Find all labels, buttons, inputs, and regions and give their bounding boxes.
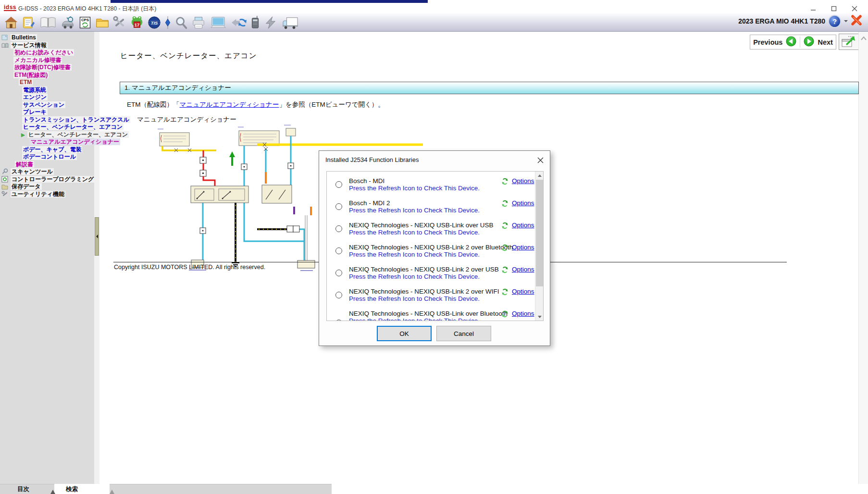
scroll-up-icon <box>860 36 867 41</box>
refresh-icon[interactable] <box>501 222 508 231</box>
prev-next-control: Previous Next <box>750 35 836 49</box>
sidebar-item-utility[interactable]: ユーティリティ機能 <box>11 191 65 198</box>
monitor-icon[interactable] <box>208 14 229 31</box>
sidebar-item-power-supply[interactable]: 電源系統 <box>22 86 47 94</box>
options-link[interactable]: Options <box>512 177 534 185</box>
dialog-close-button[interactable] <box>535 155 545 165</box>
tools-icon[interactable] <box>112 14 128 31</box>
list-scroll-up-icon[interactable] <box>535 172 544 179</box>
sidebar-item-scan-tool[interactable]: スキャンツール <box>11 168 54 175</box>
device-name: NEXIQ Technologies - NEXIQ USB-Link over… <box>349 222 494 229</box>
refresh-icon[interactable] <box>501 266 508 275</box>
refresh-icon[interactable] <box>501 288 508 297</box>
sidebar-item-hvac-child[interactable]: ▶ヒーター、ベンチレーター、エアコン <box>27 131 129 138</box>
content-scrollbar[interactable] <box>858 32 868 484</box>
next-button[interactable]: Next <box>818 38 832 46</box>
refresh-icon[interactable] <box>501 310 508 320</box>
device-radio[interactable] <box>335 292 342 298</box>
tab-toc[interactable]: 目次 <box>17 485 29 494</box>
sidebar-item-hvac[interactable]: ヒーター、ベンチレーター、エアコン <box>22 124 124 131</box>
print-icon[interactable] <box>190 14 207 31</box>
device-radio[interactable] <box>335 203 342 210</box>
dialog-close-icon <box>537 157 544 163</box>
pointer-divider-icon[interactable] <box>163 14 172 31</box>
refresh-icon[interactable] <box>501 244 508 253</box>
device-radio[interactable] <box>335 181 342 188</box>
frog-counter-icon[interactable]: 17 <box>129 14 145 31</box>
device-radio[interactable] <box>335 320 342 321</box>
previous-icon[interactable] <box>786 36 796 49</box>
list-scroll-down-icon[interactable] <box>535 313 544 321</box>
device-status: Press the Refresh Icon to Check This Dev… <box>349 273 480 280</box>
help-dropdown-caret-icon[interactable] <box>844 20 848 24</box>
sidebar-item-bulletins[interactable]: Bulletins <box>11 34 37 41</box>
sync-icon[interactable] <box>230 14 248 31</box>
previous-button[interactable]: Previous <box>753 38 782 46</box>
tis-icon[interactable]: TIS <box>146 14 162 31</box>
next-icon[interactable] <box>804 36 814 49</box>
search-icon[interactable] <box>173 14 189 31</box>
sidebar-item-engine[interactable]: エンジン <box>22 94 48 101</box>
device-row: NEXIQ Technologies - NEXIQ USB-Link 2 ov… <box>327 244 543 265</box>
options-link[interactable]: Options <box>512 266 534 273</box>
device-status: Press the Refresh Icon to Check This Dev… <box>349 295 480 302</box>
svg-text:17: 17 <box>135 22 139 27</box>
options-link[interactable]: Options <box>512 199 534 207</box>
toolbar-right-cluster: 2023 ERGA MIO 4HK1 T280 ? <box>738 14 862 28</box>
svg-text:CPS: CPS <box>81 18 89 22</box>
sidebar-item-etm[interactable]: ETM <box>19 79 33 86</box>
j2534-dialog: Installed J2534 Function Libraries Bosch… <box>319 150 550 346</box>
open-new-window-button[interactable] <box>839 34 859 50</box>
device-list: Bosch - MDI Press the Refresh Icon to Ch… <box>326 171 544 321</box>
sidebar-item-etm-wiring[interactable]: ETM(配線図) <box>13 72 49 79</box>
folder-icon[interactable] <box>94 14 111 31</box>
tab-search-background[interactable] <box>54 484 110 494</box>
options-link[interactable]: Options <box>512 222 534 229</box>
sidebar-item-saved-data[interactable]: 保存データ <box>11 183 42 190</box>
tab-search[interactable]: 検索 <box>66 485 78 494</box>
ok-button[interactable]: OK <box>377 326 432 341</box>
sidebar-item-body-control[interactable]: ボデーコントロール <box>22 153 77 161</box>
options-link[interactable]: Options <box>512 288 534 295</box>
list-scroll-thumb[interactable] <box>536 180 543 286</box>
sidebar-item-mechanical-manual[interactable]: メカニカル修理書 <box>13 57 62 64</box>
cancel-button[interactable]: Cancel <box>436 326 491 341</box>
device-radio[interactable] <box>335 270 342 276</box>
options-link[interactable]: Options <box>512 244 534 251</box>
minimize-button[interactable] <box>806 4 820 12</box>
sidebar-item-manual-air-conditioner[interactable]: マニュアルエアコンディショナー <box>30 138 120 146</box>
truck-icon[interactable] <box>280 14 301 31</box>
connection-icon[interactable] <box>262 14 279 31</box>
maximize-button[interactable] <box>827 4 841 12</box>
exit-session-button[interactable] <box>851 14 862 28</box>
section-header: 1. マニュアルエアコンディショナー <box>120 82 859 94</box>
manuals-book-icon[interactable] <box>37 14 59 31</box>
etm-viewer-link[interactable]: マニュアルエアコンディショナー <box>180 101 279 108</box>
vehicle-diagnostics-icon[interactable] <box>60 14 76 31</box>
sidebar-item-transmission[interactable]: トランスミッション、トランスアクスル <box>22 116 130 124</box>
sidebar-item-body-cab-electrical[interactable]: ボデー、キャブ、電装 <box>22 146 82 153</box>
sidebar-item-suspension[interactable]: サスペンション <box>22 101 65 109</box>
sidebar-item-brake[interactable]: ブレーキ <box>22 109 48 116</box>
options-link[interactable]: Options <box>512 310 534 317</box>
refresh-icon[interactable] <box>501 178 508 187</box>
pane-splitter-handle[interactable] <box>95 217 99 256</box>
home-icon[interactable] <box>3 14 19 31</box>
device-radio[interactable] <box>335 225 342 232</box>
refresh-icon[interactable] <box>501 200 508 209</box>
close-window-button[interactable] <box>848 4 861 12</box>
help-button[interactable]: ? <box>828 15 841 28</box>
sidebar-item-dtc-manual[interactable]: 故障診断(DTC)修理書 <box>13 64 72 71</box>
device-radio[interactable] <box>335 247 342 254</box>
cps-icon[interactable]: CPS <box>77 14 93 31</box>
service-notes-icon[interactable] <box>20 14 37 31</box>
sidebar-item-readme-first[interactable]: 初めにお読みください <box>13 49 74 56</box>
title-bar: idss G-IDSS - 2023 ERGA MIO 4HK1 T280 - … <box>0 3 868 13</box>
sidebar-item-explanation-manual[interactable]: 解説書 <box>15 161 34 168</box>
device-list-scrollbar[interactable] <box>535 172 543 321</box>
comm-device-icon[interactable] <box>249 14 261 31</box>
dialog-title: Installed J2534 Function Libraries <box>325 156 419 163</box>
sidebar-item-controller-programming[interactable]: コントローラープログラミング <box>11 176 95 183</box>
main-toolbar: CPS 17 TIS <box>0 13 868 32</box>
sidebar-item-service-info[interactable]: サービス情報 <box>11 42 48 49</box>
